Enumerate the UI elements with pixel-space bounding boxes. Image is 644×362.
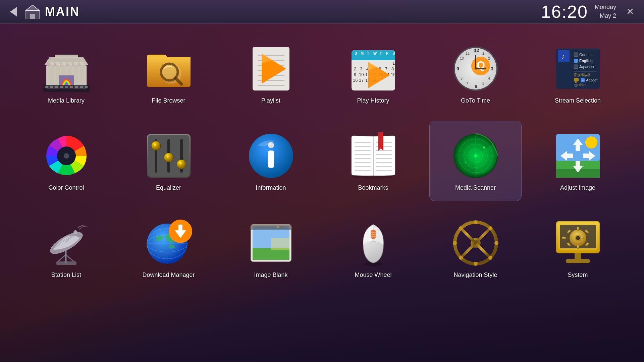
svg-marker-10 <box>45 57 88 65</box>
playlist-icon <box>246 44 296 94</box>
app-system[interactable]: System <box>532 208 624 288</box>
svg-line-205 <box>461 243 476 258</box>
svg-rect-19 <box>70 86 73 88</box>
svg-rect-98 <box>574 65 578 69</box>
svg-point-190 <box>280 226 282 228</box>
app-media-library[interactable]: Media Library <box>20 34 112 114</box>
svg-rect-222 <box>577 227 579 231</box>
svg-text:1: 1 <box>482 51 484 55</box>
svg-text:S: S <box>355 51 357 55</box>
app-bookmarks[interactable]: Bookmarks <box>327 121 419 201</box>
svg-text:✓: ✓ <box>575 59 578 63</box>
svg-text:7: 7 <box>385 66 387 71</box>
svg-point-214 <box>453 241 457 245</box>
svg-text:変換播放器: 変換播放器 <box>574 73 591 77</box>
equalizer-icon <box>144 131 194 181</box>
svg-rect-166 <box>583 154 589 158</box>
app-adjust-image[interactable]: Adjust Image <box>532 121 624 201</box>
svg-point-118 <box>167 156 169 158</box>
system-label: System <box>568 272 588 279</box>
app-image-blank[interactable]: Image Blank <box>225 208 317 288</box>
app-color-control[interactable]: Color Control <box>20 121 112 201</box>
svg-marker-1 <box>26 5 39 10</box>
svg-line-174 <box>58 255 66 261</box>
svg-rect-123 <box>268 150 274 168</box>
close-button[interactable]: ✕ <box>623 4 637 19</box>
svg-point-116 <box>154 144 156 146</box>
svg-point-109 <box>64 153 69 159</box>
svg-text:9: 9 <box>457 66 459 71</box>
svg-text:8: 8 <box>391 66 394 71</box>
svg-rect-219 <box>575 253 581 259</box>
app-goto-time[interactable]: 12 3 6 9 1 2 4 5 7 8 10 11 Q <box>429 34 522 114</box>
day-label: Monday <box>595 3 616 11</box>
svg-text:English: English <box>579 59 593 63</box>
date-label: May 2 <box>595 12 616 20</box>
svg-text:T: T <box>367 51 369 55</box>
svg-text:2: 2 <box>488 56 490 60</box>
svg-text:M: M <box>361 51 364 55</box>
app-navigation-style[interactable]: Navigation Style <box>429 208 522 288</box>
svg-point-208 <box>474 220 478 224</box>
home-icon[interactable] <box>24 3 41 20</box>
app-file-browser[interactable]: File Browser <box>122 34 215 114</box>
topbar-left: MAIN <box>7 3 80 20</box>
svg-point-211 <box>488 256 492 260</box>
svg-text:12: 12 <box>474 48 479 53</box>
app-media-scanner[interactable]: Media Scanner <box>429 121 522 201</box>
svg-text:Japanese: Japanese <box>579 65 595 69</box>
station-list-label: Station List <box>51 272 81 279</box>
svg-rect-164 <box>576 145 580 151</box>
stream-selection-label: Stream Selection <box>555 97 601 104</box>
topbar: MAIN 16:20 Monday May 2 ✕ <box>0 0 644 23</box>
svg-text:7: 7 <box>466 81 468 85</box>
color-control-label: Color Control <box>48 184 84 191</box>
svg-text:11: 11 <box>466 51 470 55</box>
color-control-icon <box>41 131 92 181</box>
adjust-image-label: Adjust Image <box>560 184 595 191</box>
date-display: Monday May 2 <box>595 3 616 20</box>
app-download-manager[interactable]: Download Manager <box>122 208 215 288</box>
svg-text:F: F <box>386 51 388 55</box>
download-manager-label: Download Manager <box>142 272 195 279</box>
svg-rect-224 <box>562 237 566 239</box>
svg-rect-18 <box>65 86 68 88</box>
svg-rect-188 <box>251 225 291 230</box>
svg-rect-17 <box>60 86 63 88</box>
svg-text:10: 10 <box>460 56 464 60</box>
app-information[interactable]: Information <box>225 121 317 201</box>
clock-display: 16:20 <box>541 2 588 22</box>
svg-text:3: 3 <box>360 66 362 71</box>
app-stream-selection[interactable]: ♪ German ✓ English Japanese 変換播放器 <box>532 34 624 114</box>
app-play-history[interactable]: S M T W T F S 1 2 3 4 5 6 7 8 9 10 11 <box>327 34 419 114</box>
app-playlist[interactable]: Playlist <box>225 34 317 114</box>
svg-text:1: 1 <box>392 61 395 66</box>
svg-rect-21 <box>80 86 83 88</box>
svg-text:German: German <box>579 53 593 57</box>
svg-point-215 <box>459 226 463 230</box>
svg-text:8: 8 <box>461 76 463 80</box>
equalizer-label: Equalizer <box>156 184 181 191</box>
goto-time-label: GoTo Time <box>461 97 490 104</box>
svg-text:6: 6 <box>475 84 477 89</box>
play-history-icon: S M T W T F S 1 2 3 4 5 6 7 8 9 10 11 <box>348 44 398 94</box>
svg-rect-102 <box>574 78 579 81</box>
back-button[interactable] <box>7 5 20 18</box>
image-blank-icon <box>246 218 296 268</box>
media-scanner-label: Media Scanner <box>455 184 496 191</box>
playlist-label: Playlist <box>261 97 280 104</box>
svg-point-210 <box>494 241 498 245</box>
svg-point-212 <box>474 262 478 266</box>
app-mouse-wheel[interactable]: Mouse Wheel <box>327 208 419 288</box>
svg-rect-187 <box>271 238 289 250</box>
svg-text:T: T <box>380 51 382 55</box>
svg-line-201 <box>476 228 490 243</box>
navigation-style-label: Navigation Style <box>453 272 497 279</box>
svg-point-27 <box>163 65 176 79</box>
svg-text:जूम खेलिए: जूम खेलिए <box>574 83 586 87</box>
app-equalizer[interactable]: Equalizer <box>122 121 215 201</box>
app-station-list[interactable]: Station List <box>20 208 112 288</box>
svg-rect-11 <box>55 55 78 58</box>
svg-rect-168 <box>567 154 573 158</box>
media-library-label: Media Library <box>48 97 85 104</box>
